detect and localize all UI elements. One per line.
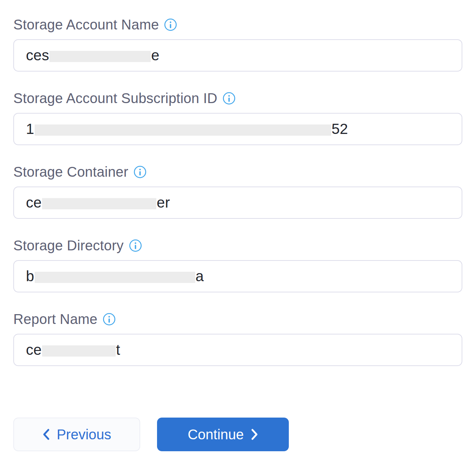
field-label-row: Storage Container [13,164,462,180]
redaction-block [42,345,116,357]
report-name-input[interactable]: ce t [13,334,462,366]
info-icon[interactable] [223,92,236,105]
report-name-label: Report Name [13,311,97,327]
info-icon[interactable] [129,239,142,252]
redaction-block [35,124,331,136]
previous-button-label: Previous [57,427,111,442]
redaction-block [42,198,156,209]
input-value-suffix: er [157,194,170,211]
storage-settings-form: Storage Account Name ces e Storage Accou… [0,0,476,451]
info-icon[interactable] [134,165,147,178]
form-navigation-buttons: Previous Continue [13,418,462,451]
storage-directory-label: Storage Directory [13,238,124,253]
field-label-row: Storage Account Subscription ID [13,90,462,106]
input-value-prefix: 1 [26,121,34,137]
storage-account-subscription-id-label: Storage Account Subscription ID [13,90,217,106]
input-value-prefix: ces [26,47,49,64]
input-value-prefix: b [26,268,34,285]
storage-account-subscription-id-input[interactable]: 1 52 [13,113,462,145]
field-storage-account-subscription-id: Storage Account Subscription ID 1 52 [13,90,462,145]
continue-button[interactable]: Continue [157,418,289,451]
chevron-right-icon [251,428,258,440]
storage-account-name-label: Storage Account Name [13,17,159,33]
input-value-suffix: 52 [332,121,348,137]
info-icon[interactable] [164,18,177,31]
field-label-row: Storage Account Name [13,17,462,32]
field-report-name: Report Name ce t [13,311,462,366]
chevron-left-icon [42,428,50,440]
field-storage-account-name: Storage Account Name ces e [13,17,462,72]
input-value-suffix: a [196,268,204,285]
input-value-prefix: ce [26,194,42,211]
field-storage-container: Storage Container ce er [13,164,462,219]
redaction-block [35,272,195,283]
field-label-row: Report Name [13,311,462,327]
storage-container-label: Storage Container [13,164,128,180]
input-value-suffix: e [151,47,159,64]
input-value-suffix: t [116,341,120,358]
storage-container-input[interactable]: ce er [13,187,462,219]
input-value-prefix: ce [26,341,42,358]
storage-directory-input[interactable]: b a [13,260,462,292]
previous-button[interactable]: Previous [13,418,140,451]
info-icon[interactable] [103,313,116,326]
storage-account-name-input[interactable]: ces e [13,39,462,72]
field-label-row: Storage Directory [13,238,462,253]
continue-button-label: Continue [188,427,244,442]
field-storage-directory: Storage Directory b a [13,238,462,292]
redaction-block [49,51,151,62]
